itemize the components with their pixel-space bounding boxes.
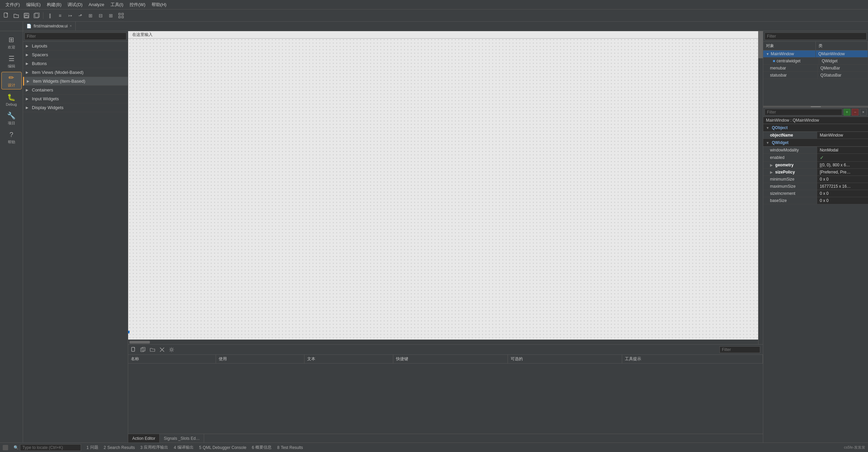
tree-row-centralwidget[interactable]: ■ centralwidget QWidget <box>763 58 868 65</box>
version-info: cs5fe-发发发 <box>844 445 865 449</box>
object-tree: ▼ MainWindow QMainWindow ■ centralwidget… <box>763 50 868 106</box>
prop-objectname[interactable]: objectName MainWindow <box>763 132 868 139</box>
prop-basesize[interactable]: baseSize 0 x 0 <box>763 197 868 204</box>
action-settings-btn[interactable] <box>167 346 176 354</box>
search-icon: 🔍 <box>14 445 19 450</box>
toolbar-btn10[interactable]: ⊟ <box>96 11 105 20</box>
canvas-hscrollbar[interactable] <box>128 340 758 344</box>
toolbar-save[interactable] <box>22 11 31 20</box>
prop-objectname-label: objectName <box>763 132 817 139</box>
locate-input[interactable] <box>20 444 81 451</box>
section-qobject[interactable]: ▼ QObject <box>763 124 868 132</box>
toolbar-btn9[interactable]: ⊞ <box>86 11 95 20</box>
status-app-output[interactable]: 3 应用程序输出 <box>140 445 169 450</box>
center-area: 在这里输入 <box>128 31 763 443</box>
prop-enabled[interactable]: enabled ✓ <box>763 154 868 162</box>
status-test-results[interactable]: 8 Test Results <box>277 445 303 450</box>
bottom-toolbar <box>128 345 763 355</box>
prop-maximumsize[interactable]: maximumSize 16777215 x 16… <box>763 183 868 190</box>
spacers-arrow: ▶ <box>26 53 30 57</box>
toolbar-open[interactable] <box>12 11 21 20</box>
layouts-arrow: ▶ <box>26 44 30 48</box>
prop-geometry-value: [(0, 0), 800 x 6… <box>817 162 868 169</box>
vscroll-thumb[interactable] <box>758 31 763 58</box>
props-options-btn[interactable]: × <box>860 109 867 116</box>
handle-bl[interactable] <box>128 331 130 333</box>
sidebar-item-edit[interactable]: ☰ 编辑 <box>1 53 22 70</box>
status-search-results[interactable]: 2 Search Results <box>104 445 135 450</box>
sidebar-item-project[interactable]: 🔧 项目 <box>1 110 22 127</box>
toolbar-btn7[interactable]: ⤐ <box>65 11 75 20</box>
action-delete-btn[interactable] <box>158 346 166 354</box>
menu-analyze[interactable]: Analyze <box>86 1 107 8</box>
tree-cell-menubar-class: QMenuBar <box>818 65 868 71</box>
props-filter-row: + − × <box>763 108 868 117</box>
tab-action-editor[interactable]: Action Editor <box>128 434 160 443</box>
menu-help[interactable]: 帮助(H) <box>149 0 169 9</box>
toolbar-btn11[interactable]: ⊞ <box>106 11 116 20</box>
category-display-widgets[interactable]: ▶ Display Widgets <box>23 103 128 112</box>
action-copy-btn[interactable] <box>139 346 147 354</box>
category-spacers[interactable]: ▶ Spacers <box>23 50 128 59</box>
tab-signals-slots[interactable]: Signals _Slots Ed… <box>160 434 204 443</box>
prop-sizepolicy[interactable]: ▶ sizePolicy [Preferred, Pre… <box>763 169 868 176</box>
sidebar-item-design[interactable]: ✏ 设计 <box>1 72 22 89</box>
action-new-btn[interactable] <box>130 346 138 354</box>
tree-row-mainwindow[interactable]: ▼ MainWindow QMainWindow <box>763 50 868 58</box>
section-qwidget[interactable]: ▼ QWidget <box>763 139 868 147</box>
menu-widget[interactable]: 控件(W) <box>127 0 148 9</box>
prop-sizeincrement[interactable]: sizeIncrement 0 x 0 <box>763 190 868 197</box>
action-open-btn[interactable] <box>149 346 157 354</box>
sidebar-item-debug[interactable]: 🐛 Debug <box>1 91 22 108</box>
prop-sizeincrement-value: 0 x 0 <box>817 190 868 197</box>
prop-windowmodality[interactable]: windowModality NonModal <box>763 147 868 154</box>
expand-arrow-mainwindow: ▼ <box>766 52 769 56</box>
toolbar-btn12[interactable] <box>116 11 126 20</box>
bottom-filter-input[interactable] <box>719 346 760 353</box>
toolbar-btn8[interactable]: ⬏ <box>76 11 85 20</box>
status-qml-debugger[interactable]: 5 QML Debugger Console <box>199 445 246 450</box>
category-containers[interactable]: ▶ Containers <box>23 86 128 95</box>
prop-minimumsize[interactable]: minimumSize 0 x 0 <box>763 176 868 183</box>
design-icon: ✏ <box>8 74 14 82</box>
props-filter-input[interactable] <box>765 109 842 116</box>
prop-objectname-value: MainWindow <box>817 132 868 139</box>
menu-debug[interactable]: 调试(D) <box>65 0 85 9</box>
category-item-views[interactable]: ▶ Item Views (Model-Based) <box>23 68 128 77</box>
status-compile-output[interactable]: 4 编译输出 <box>174 445 194 450</box>
buttons-label: Buttons <box>32 61 47 66</box>
tree-row-statusbar[interactable]: statusbar QStatusBar <box>763 72 868 79</box>
toolbar-new[interactable] <box>1 11 11 20</box>
object-filter-input[interactable] <box>765 33 867 40</box>
category-buttons[interactable]: ▶ Buttons <box>23 59 128 68</box>
category-input-widgets[interactable]: ▶ Input Widgets <box>23 95 128 103</box>
widget-filter-input[interactable] <box>24 33 126 40</box>
props-add-btn[interactable]: + <box>844 109 850 116</box>
status-toggle[interactable] <box>3 445 8 450</box>
toolbar-saveall[interactable] <box>32 11 41 20</box>
toolbar-btn6[interactable]: ≡ <box>55 11 65 20</box>
testresults-number: 8 <box>277 445 279 450</box>
hscroll-thumb[interactable] <box>130 341 150 344</box>
status-problems[interactable]: 1 问题 <box>86 445 98 450</box>
category-item-widgets[interactable]: ▶ Item Widgets (Item-Based) <box>23 77 128 86</box>
menu-file[interactable]: 文件(F) <box>3 0 23 9</box>
category-layouts[interactable]: ▶ Layouts <box>23 42 128 50</box>
tab-mainwindow-ui[interactable]: 📄 first/mainwindow.ui × <box>23 22 76 31</box>
tab-close[interactable]: × <box>70 24 72 28</box>
prop-geometry[interactable]: ▶ geometry [(0, 0), 800 x 6… <box>763 162 868 169</box>
sidebar-item-welcome[interactable]: ⊞ 欢迎 <box>1 34 22 52</box>
status-summary[interactable]: 6 概要信息 <box>252 445 272 450</box>
design-canvas[interactable]: 在这里输入 <box>128 31 758 340</box>
searchresults-label: Search Results <box>107 445 135 450</box>
props-remove-btn[interactable]: − <box>852 109 859 116</box>
tree-row-menubar[interactable]: menubar QMenuBar <box>763 65 868 72</box>
menu-build[interactable]: 构建(B) <box>44 0 64 9</box>
menu-edit[interactable]: 编辑(E) <box>23 0 43 9</box>
canvas-vscrollbar[interactable] <box>758 31 763 344</box>
widget-filter-area <box>23 31 128 42</box>
menu-tools[interactable]: 工具(I) <box>108 0 126 9</box>
toolbar-btn5[interactable]: ‖ <box>45 11 55 20</box>
sidebar-item-help[interactable]: ? 帮助 <box>1 129 22 146</box>
prop-minimumsize-label: minimumSize <box>763 176 817 183</box>
